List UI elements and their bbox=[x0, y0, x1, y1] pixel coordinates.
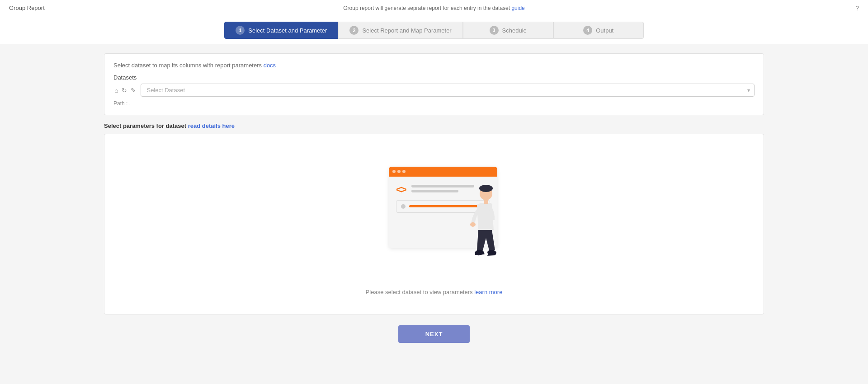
params-section-title: Select parameters for dataset read detai… bbox=[104, 122, 764, 129]
read-details-link[interactable]: read details here bbox=[188, 122, 235, 129]
dataset-select[interactable]: Select Dataset bbox=[141, 84, 755, 97]
page-title: Group Report bbox=[9, 5, 45, 11]
dataset-header-text: Select dataset to map its columns with r… bbox=[113, 62, 264, 69]
next-button-row: NEXT bbox=[104, 325, 764, 352]
dataset-select-wrapper: Select Dataset ▾ bbox=[141, 84, 755, 97]
step-4-num: 4 bbox=[583, 26, 592, 35]
path-row: Path : . bbox=[113, 100, 755, 107]
browser-dot-2 bbox=[397, 170, 401, 173]
learn-more-link[interactable]: learn more bbox=[474, 289, 502, 295]
docs-link[interactable]: docs bbox=[264, 62, 276, 69]
guide-link[interactable]: guide bbox=[511, 5, 524, 11]
person-illustration bbox=[461, 180, 497, 262]
step-2-num: 2 bbox=[349, 26, 359, 35]
params-card: <> bbox=[104, 134, 764, 314]
input-dot-icon bbox=[401, 204, 406, 209]
step-3[interactable]: 3 Schedule bbox=[463, 22, 553, 39]
dataset-select-row: ⌂ ↻ ✎ Select Dataset ▾ bbox=[113, 84, 755, 97]
main-content: Select dataset to map its columns with r… bbox=[86, 44, 782, 361]
top-bar: Group Report Group report will generate … bbox=[0, 0, 868, 16]
dataset-header: Select dataset to map its columns with r… bbox=[113, 62, 755, 69]
svg-point-2 bbox=[470, 222, 476, 227]
empty-state-text: Please select dataset to view parameters… bbox=[366, 289, 503, 295]
browser-dot-3 bbox=[402, 170, 406, 173]
next-button[interactable]: NEXT bbox=[398, 325, 470, 343]
step-3-num: 3 bbox=[490, 26, 499, 35]
step-4[interactable]: 4 Output bbox=[553, 22, 644, 39]
step-2[interactable]: 2 Select Report and Map Parameter bbox=[338, 22, 462, 39]
path-label: Path : bbox=[113, 100, 127, 107]
stepper: 1 Select Dataset and Parameter 2 Select … bbox=[0, 16, 868, 44]
top-bar-info: Group report will generate seprate repor… bbox=[343, 5, 525, 11]
empty-illustration: <> bbox=[362, 153, 506, 280]
text-line-2 bbox=[411, 190, 459, 192]
info-text: Group report will generate seprate repor… bbox=[343, 5, 511, 11]
step-1[interactable]: 1 Select Dataset and Parameter bbox=[224, 22, 338, 39]
code-brackets-icon: <> bbox=[396, 184, 406, 196]
svg-rect-5 bbox=[484, 200, 488, 204]
datasets-label: Datasets bbox=[113, 74, 755, 81]
step-2-label: Select Report and Map Parameter bbox=[362, 27, 451, 34]
params-title-text: Select parameters for dataset bbox=[104, 122, 188, 129]
browser-titlebar bbox=[389, 167, 497, 177]
step-1-num: 1 bbox=[236, 26, 245, 35]
dataset-card: Select dataset to map its columns with r… bbox=[104, 53, 764, 115]
empty-text-content: Please select dataset to view parameters bbox=[366, 289, 475, 295]
edit-icon[interactable]: ✎ bbox=[130, 86, 137, 95]
refresh-icon[interactable]: ↻ bbox=[121, 86, 128, 95]
home-icon[interactable]: ⌂ bbox=[113, 86, 119, 95]
svg-point-1 bbox=[479, 185, 493, 192]
path-value: . bbox=[127, 100, 131, 107]
browser-dot-1 bbox=[392, 170, 396, 173]
help-icon[interactable]: ? bbox=[855, 5, 859, 12]
dataset-icons: ⌂ ↻ ✎ bbox=[113, 86, 137, 95]
step-1-label: Select Dataset and Parameter bbox=[248, 27, 327, 34]
step-3-label: Schedule bbox=[502, 27, 527, 34]
step-4-label: Output bbox=[596, 27, 613, 34]
